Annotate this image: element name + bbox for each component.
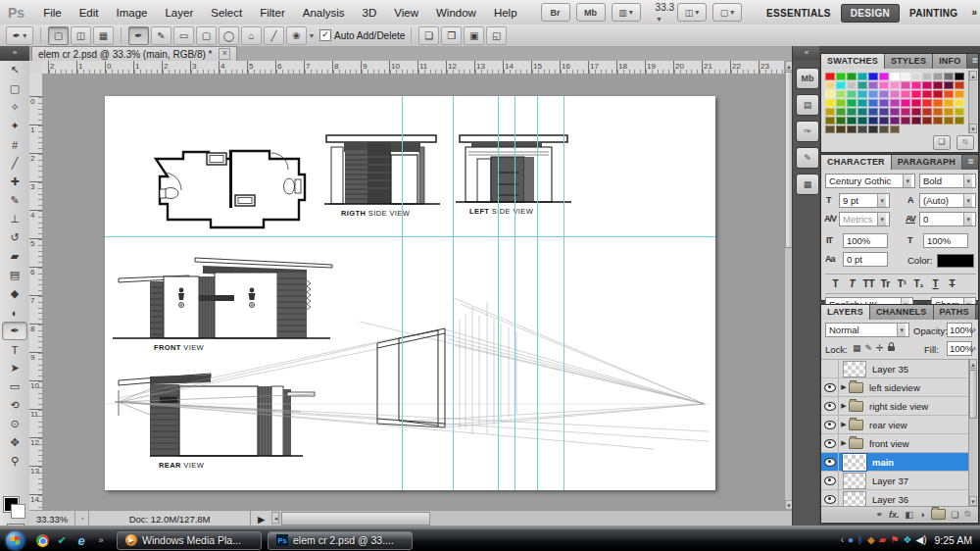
tray-collapse-icon[interactable]: ‹ [841,535,844,545]
zoom-level-dropdown[interactable]: 33.3 ▾ [656,2,674,24]
color-swatch[interactable] [890,108,900,116]
color-swatch[interactable] [825,117,835,125]
color-swatch[interactable] [868,73,878,80]
adjustment-layer-icon[interactable]: ◑ [919,510,924,520]
shapebtns-4[interactable]: ◯ [219,26,239,45]
path-selection-tool[interactable]: ➤ [2,359,27,377]
font-family-select[interactable]: Century Gothic▾ [825,174,915,188]
type-style-button-2[interactable]: TT [860,278,877,289]
modebtns-1[interactable]: ◫ [71,26,91,45]
pathops-3[interactable]: ◱ [486,26,507,45]
workspace-design[interactable]: DESIGN [841,4,900,23]
color-swatch[interactable] [847,125,857,133]
shapebtns-0[interactable]: ✒ [128,26,149,45]
color-swatch[interactable] [825,125,835,133]
menu-select[interactable]: Select [202,4,251,22]
tab-swatches[interactable]: SWATCHES [821,54,885,69]
horizontal-scrollbar[interactable]: ◄ [271,511,792,526]
visibility-toggle[interactable] [821,416,839,433]
color-swatch[interactable] [858,81,867,89]
color-swatch[interactable] [858,99,867,107]
launch-bridge-button[interactable]: Br [541,3,570,22]
tool-presets-panel-icon[interactable]: ✑ [796,121,819,142]
tab-styles[interactable]: STYLES [885,54,933,69]
layer-thumbnail[interactable] [843,361,866,377]
color-swatch[interactable] [901,108,910,116]
visibility-toggle[interactable] [821,360,839,377]
color-swatch[interactable] [955,99,964,107]
fill-field[interactable]: 100% [947,341,972,356]
color-swatch[interactable] [836,73,846,80]
color-swatch[interactable] [836,99,846,107]
menu-filter[interactable]: Filter [251,4,294,22]
update-icon[interactable]: ◆ [867,535,875,545]
quick-launch-chrome[interactable] [34,532,50,548]
brush-panel-icon[interactable]: ✎ [796,147,819,169]
auto-add-delete-checkbox[interactable]: ✓ [319,29,331,41]
document-close-icon[interactable]: × [219,48,230,60]
color-swatch[interactable] [944,90,954,98]
color-swatch[interactable] [901,117,910,125]
color-swatch[interactable] [868,81,878,89]
vertical-ruler[interactable]: 01234567891011121314 [29,74,43,510]
menu-image[interactable]: Image [107,4,156,22]
color-swatch[interactable] [933,108,943,116]
healing-brush-tool[interactable]: ✚ [2,173,27,191]
shape-tool[interactable]: ▭ [2,377,27,396]
arrange-documents-button[interactable]: ◫▾ [677,3,707,22]
layers-scrollbar[interactable]: ▲ ▼ [968,359,977,506]
menu-3d[interactable]: 3D [354,4,386,22]
layer-row-main[interactable]: main [821,453,970,472]
layer-name[interactable]: Layer 36 [872,494,908,505]
layer-style-icon[interactable]: fx. [889,510,900,520]
move-tool[interactable]: ↖ [2,61,27,79]
color-swatch[interactable] [933,99,943,107]
color-swatch[interactable] [847,117,857,125]
tab-character[interactable]: CHARACTER [821,155,892,170]
tool-preset-picker[interactable]: ✒▾ [6,26,33,45]
layer-name[interactable]: Layer 35 [872,364,908,375]
color-swatch[interactable] [879,108,889,116]
guide-vertical[interactable] [564,96,564,490]
vertical-scale-field[interactable]: 100% [843,233,888,248]
workspace-painting[interactable]: PAINTING [900,4,967,23]
display-icon[interactable]: ❖ [903,535,911,545]
type-style-button-5[interactable]: T₁ [910,278,927,289]
color-swatch[interactable] [879,81,889,89]
swatches-scrollbar[interactable]: ▲ ▼ [968,71,977,133]
color-swatch[interactable] [890,73,900,80]
color-swatch[interactable] [890,90,900,98]
tab-paragraph[interactable]: PARAGRAPH [892,155,962,170]
text-color-swatch[interactable] [937,254,974,268]
opacity-spinner[interactable]: › [973,326,976,334]
layer-name[interactable]: right side view [869,401,928,412]
new-swatch-button[interactable]: ❏ [933,135,951,150]
menu-edit[interactable]: Edit [71,4,108,22]
scroll-up-icon[interactable]: ▲ [969,71,977,80]
workspace-essentials[interactable]: ESSENTIALS [757,4,841,23]
color-swatch[interactable] [911,90,921,98]
type-style-button-6[interactable]: T [927,278,944,289]
color-swatch[interactable] [922,90,932,98]
color-swatch[interactable] [922,108,932,116]
menu-help[interactable]: Help [485,4,526,22]
color-swatch[interactable] [836,81,846,89]
color-swatch[interactable] [847,81,857,89]
pen-tool[interactable]: ✒ [2,322,27,340]
lock-pixels-icon[interactable]: ✎ [865,343,873,353]
brush-tool[interactable]: ✎ [2,191,27,210]
modebtns-0[interactable]: ▢ [48,26,69,45]
type-style-button-1[interactable]: T [844,278,860,289]
layers-scroll-thumb[interactable] [969,370,977,419]
pathops-1[interactable]: ❐ [441,26,462,45]
kerning-field[interactable]: Metrics▾ [839,212,890,226]
link-layers-icon[interactable]: ⚭ [876,510,884,520]
color-swatch[interactable] [825,108,835,116]
horizontal-scale-field[interactable]: 100% [923,233,968,248]
opacity-field[interactable]: 100% [947,323,972,337]
color-swatch[interactable] [944,117,954,125]
expand-triangle-icon[interactable]: ▶ [839,402,849,410]
dodge-tool[interactable]: ◐ [2,303,27,322]
workspace-overflow-button[interactable]: » [967,3,980,22]
color-swatch[interactable] [879,90,889,98]
